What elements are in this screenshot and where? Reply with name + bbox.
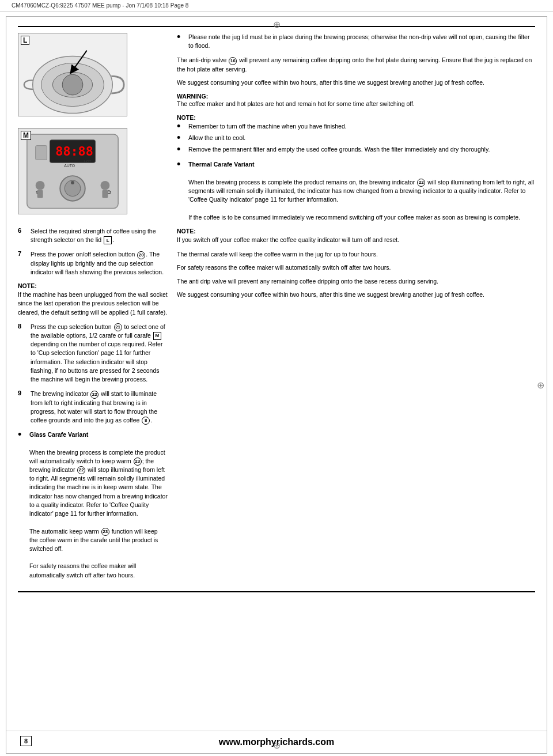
images-area: L xyxy=(18,33,168,221)
thermal-carafe-heading: Thermal Carafe Variant xyxy=(188,161,254,168)
image-L-svg xyxy=(18,33,127,116)
note-1-text: If the machine has been unplugged from t… xyxy=(18,290,168,317)
bottom-cross-mark: ⊕ xyxy=(273,740,281,751)
icon-21: 21 xyxy=(114,323,122,331)
svg-point-16 xyxy=(36,181,45,190)
thermal-para3: The thermal carafe will keep the coffee … xyxy=(177,250,535,259)
icon-22b: 22 xyxy=(77,466,85,474)
thermal-carafe-bullet: • Thermal Carafe Variant When the brewin… xyxy=(177,160,535,222)
bullet-dot-n2-2: • xyxy=(177,133,186,143)
step-6-num: 6 xyxy=(18,227,28,234)
note2-bullet-1: • Remember to turn off the machine when … xyxy=(177,122,535,131)
step-9-num: 9 xyxy=(18,390,28,396)
svg-text:88:88: 88:88 xyxy=(55,144,93,158)
outer-border: L xyxy=(6,16,547,754)
svg-rect-17 xyxy=(37,190,43,198)
glass-carafe-bullet: • Glass Carafe Variant When the brewing … xyxy=(18,430,168,580)
icon-23b: 23 xyxy=(101,528,109,536)
right-para-2: We suggest consuming your coffee within … xyxy=(177,78,535,87)
svg-rect-19 xyxy=(102,190,108,198)
image-M: M 88:88 AUTO HOT xyxy=(18,128,127,214)
note-2: NOTE: • Remember to turn off the machine… xyxy=(177,114,535,154)
step-8: 8 Press the cup selection button 21 to s… xyxy=(18,323,168,384)
bullet-dot-n2-3: • xyxy=(177,144,186,154)
image-L: L xyxy=(18,33,127,116)
note-2-title: NOTE: xyxy=(177,114,535,121)
svg-text:HOT: HOT xyxy=(84,160,92,163)
note-1: NOTE: If the machine has been unplugged … xyxy=(18,282,168,317)
icon-23a: 23 xyxy=(134,458,142,466)
note2-bullet-3-text: Remove the permanent filter and empty th… xyxy=(188,145,535,154)
thermal-carafe-text: Thermal Carafe Variant When the brewing … xyxy=(188,160,535,222)
note-3: NOTE: If you switch off your coffee make… xyxy=(177,228,535,244)
top-bullet: • Please note the jug lid must be in pla… xyxy=(177,33,535,50)
note2-bullet-3: • Remove the permanent filter and empty … xyxy=(177,145,535,154)
step-9: 9 The brewing indicator 22 will start to… xyxy=(18,390,168,425)
icon-22c: 22 xyxy=(417,179,425,187)
step-6: 6 Select the required strength of coffee… xyxy=(18,227,168,244)
icon-L: L xyxy=(104,236,112,244)
icon-M: M xyxy=(153,332,161,340)
note2-bullet-2: • Allow the unit to cool. xyxy=(177,134,535,143)
step-7-num: 7 xyxy=(18,250,28,257)
bullet-dot-thermal: • xyxy=(177,159,186,169)
svg-point-13 xyxy=(71,181,74,184)
svg-point-3 xyxy=(62,74,83,95)
glass-carafe-heading: Glass Carafe Variant xyxy=(29,431,88,438)
header-text: CM47060MCZ-Q6:9225 47507 MEE pump - Jon … xyxy=(12,2,188,9)
icon-8: 8 xyxy=(142,417,150,425)
step-8-text: Press the cup selection button 21 to sel… xyxy=(31,323,168,384)
step-7-text: Press the power on/off selection button … xyxy=(31,250,168,277)
note2-bullet-1-text: Remember to turn off the machine when yo… xyxy=(188,122,535,131)
step-8-num: 8 xyxy=(18,323,28,330)
note-3-text: If you switch off your coffee maker the … xyxy=(177,236,535,244)
bullet-dot-n2-1: • xyxy=(177,121,186,131)
svg-rect-10 xyxy=(36,145,47,160)
page-wrapper: CM47060MCZ-Q6:9225 47507 MEE pump - Jon … xyxy=(0,0,553,754)
warning-title: WARNING: xyxy=(177,93,535,100)
page-number: 8 xyxy=(20,736,32,746)
image-M-label: M xyxy=(21,131,31,140)
main-two-col: L xyxy=(18,33,535,585)
image-L-label: L xyxy=(21,36,29,45)
bullet-dot-top: • xyxy=(177,32,186,42)
step-7: 7 Press the power on/off selection butto… xyxy=(18,250,168,277)
image-M-svg: 88:88 AUTO HOT xyxy=(18,128,127,214)
top-cross-mark: ⊕ xyxy=(273,19,281,30)
warning-block: WARNING: The coffee maker and hot plates… xyxy=(177,93,535,108)
warning-text: The coffee maker and hot plates are hot … xyxy=(177,100,535,108)
step-9-text: The brewing indicator 22 will start to i… xyxy=(31,390,168,425)
header-bar: CM47060MCZ-Q6:9225 47507 MEE pump - Jon … xyxy=(0,0,553,12)
thermal-para2: If the coffee is to be consumed immediat… xyxy=(188,214,520,221)
note2-bullet-2-text: Allow the unit to cool. xyxy=(188,134,535,142)
note-3-title: NOTE: xyxy=(177,228,535,235)
svg-text:AUTO: AUTO xyxy=(64,164,75,168)
thermal-para5: The anti drip valve will prevent any rem… xyxy=(177,277,535,286)
icon-16: 16 xyxy=(229,57,237,65)
step-6-text: Select the required strength of coffee u… xyxy=(31,227,168,244)
glass-carafe-text: Glass Carafe Variant When the brewing pr… xyxy=(29,430,168,580)
inner-content: L xyxy=(6,17,547,627)
svg-point-18 xyxy=(100,181,109,190)
thermal-para6: We suggest consuming your coffee within … xyxy=(177,290,535,299)
col-left: L xyxy=(18,33,168,585)
icon-20: 20 xyxy=(137,251,145,259)
thermal-para4: For safety reasons the coffee maker will… xyxy=(177,263,535,272)
note-1-title: NOTE: xyxy=(18,282,168,289)
top-bullet-text: Please note the jug lid must be in place… xyxy=(188,33,535,50)
right-para-1: The anti-drip valve 16 will prevent any … xyxy=(177,56,535,73)
icon-22a: 22 xyxy=(90,391,99,399)
right-cross-mark: ⊕ xyxy=(537,380,544,391)
bottom-rule xyxy=(18,591,535,592)
col-right: • Please note the jug lid must be in pla… xyxy=(177,33,535,585)
bullet-dot-glass: • xyxy=(18,429,27,440)
